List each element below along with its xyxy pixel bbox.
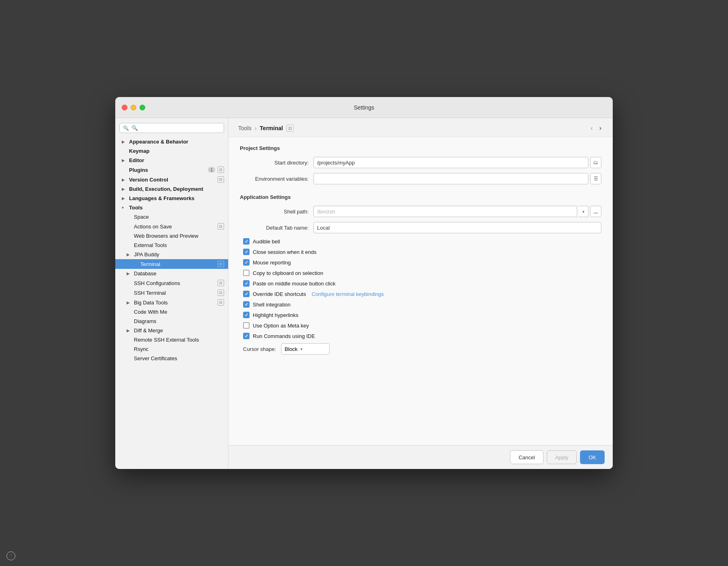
checkbox-mouse-reporting[interactable]: ✓ [243,259,250,266]
ok-button[interactable]: OK [580,450,605,464]
sidebar-item-label: Server Certificates [134,355,224,361]
chevron-placeholder [127,224,131,229]
checkbox-row-highlight-hyperlinks: ✓Highlight hyperlinks [240,312,601,318]
chevron-icon: ▶ [127,300,131,305]
cursor-shape-label: Cursor shape: [243,346,276,352]
search-box[interactable]: 🔍 [119,123,224,133]
forward-button[interactable]: › [598,124,603,133]
sidebar-item-label: Languages & Frameworks [129,195,224,201]
checkbox-run-commands-ide[interactable]: ✓ [243,333,250,339]
shell-path-more-button[interactable]: ... [590,206,601,217]
checkbox-label-mouse-reporting: Mouse reporting [253,260,291,266]
checkbox-row-override-shortcuts: ✓Override IDE shortcutsConfigure termina… [240,291,601,297]
sidebar-item-web-browsers[interactable]: Web Browsers and Preview [115,231,228,241]
sidebar-item-database[interactable]: ▶Database [115,269,228,278]
sidebar-item-languages[interactable]: ▶Languages & Frameworks [115,194,228,203]
sidebar-item-version-control[interactable]: ▶Version Control⊡ [115,175,228,184]
sidebar-item-label: Keymap [129,148,224,154]
chevron-placeholder [127,319,131,323]
check-icon: ✓ [245,250,248,254]
sidebar-item-terminal[interactable]: Terminal⊡ [115,259,228,269]
sidebar-item-keymap[interactable]: Keymap [115,146,228,156]
main-header: Tools › Terminal ⊡ ‹ › [229,118,613,137]
check-icon: ✓ [245,260,248,265]
sidebar-icon-badge: ⊡ [218,167,224,173]
sidebar-item-label: Diff & Merge [134,327,224,334]
start-directory-input[interactable] [313,157,588,168]
footer: Cancel Apply OK [229,445,613,469]
sidebar-item-diff-merge[interactable]: ▶Diff & Merge [115,326,228,335]
sidebar-item-label: Editor [129,157,224,163]
sidebar-item-diagrams[interactable]: Diagrams [115,317,228,326]
default-tab-input[interactable] [313,222,601,233]
application-settings-section: Application Settings Shell path: /bin/zs… [240,194,601,355]
sidebar-icon-badge: ⊡ [218,289,224,296]
checkbox-row-mouse-reporting: ✓Mouse reporting [240,259,601,266]
chevron-placeholder [133,262,138,266]
sidebar-item-label: SSH Configurations [134,280,215,286]
sidebar-item-tools[interactable]: ▾Tools [115,203,228,212]
sidebar-item-label: Appearance & Behavior [129,139,224,145]
main-content: Project Settings Start directory: 🗂 Envi… [229,137,613,445]
back-button[interactable]: ‹ [589,124,594,133]
checkbox-row-paste-middle: ✓Paste on middle mouse button click [240,280,601,287]
sidebar-item-label: Diagrams [134,318,224,324]
chevron-icon: ▶ [127,252,131,257]
maximize-button[interactable] [140,105,145,110]
cancel-button[interactable]: Cancel [510,450,543,464]
checkbox-audible-bell[interactable]: ✓ [243,238,250,245]
shell-path-dropdown-arrow[interactable]: ▾ [579,206,588,217]
default-tab-input-group [313,222,601,233]
nav-arrows: ‹ › [589,124,603,133]
checkbox-option-meta[interactable] [243,322,250,329]
checkbox-paste-middle[interactable]: ✓ [243,280,250,287]
sidebar-item-external-tools[interactable]: External Tools [115,241,228,250]
sidebar-item-label: Web Browsers and Preview [134,233,224,239]
minimize-button[interactable] [131,105,136,110]
chevron-icon: ▶ [127,271,131,276]
checkbox-close-session[interactable]: ✓ [243,249,250,255]
search-input[interactable] [131,125,220,131]
sidebar-item-editor[interactable]: ▶Editor [115,156,228,165]
sidebar-item-ssh-configurations[interactable]: SSH Configurations⊡ [115,278,228,288]
env-vars-input-group: ☰ [313,173,601,184]
sidebar-item-code-with-me[interactable]: Code With Me [115,307,228,317]
chevron-placeholder [127,310,131,314]
sidebar-item-label: Actions on Save [134,224,215,230]
sidebar-item-appearance-behavior[interactable]: ▶Appearance & Behavior [115,137,228,146]
sidebar-item-rsync[interactable]: Rsync [115,344,228,354]
env-vars-input[interactable] [313,173,588,184]
start-directory-browse-button[interactable]: 🗂 [590,157,601,168]
sidebar-item-server-certs[interactable]: Server Certificates [115,354,228,363]
checkbox-override-shortcuts[interactable]: ✓ [243,291,250,297]
apply-button[interactable]: Apply [547,450,577,464]
sidebar-item-label: External Tools [134,242,224,248]
sidebar-item-actions-on-save[interactable]: Actions on Save⊡ [115,222,228,231]
start-directory-input-group: 🗂 [313,157,601,168]
checkbox-link-override-shortcuts[interactable]: Configure terminal keybindings [312,291,384,297]
chevron-icon: ▶ [122,139,127,144]
sidebar-item-space[interactable]: Space [115,212,228,222]
sidebar-item-ssh-terminal[interactable]: SSH Terminal⊡ [115,288,228,298]
sidebar-item-build-execution[interactable]: ▶Build, Execution, Deployment [115,184,228,194]
checkbox-highlight-hyperlinks[interactable]: ✓ [243,312,250,318]
sidebar-icon-badge: ⊡ [218,261,224,267]
chevron-placeholder [127,356,131,361]
close-button[interactable] [122,105,127,110]
checkbox-shell-integration[interactable]: ✓ [243,301,250,308]
shell-path-dropdown[interactable]: /bin/zsh [313,206,577,217]
checkbox-label-override-shortcuts: Override IDE shortcuts [253,291,306,297]
chevron-placeholder [127,347,131,351]
sidebar-item-plugins[interactable]: Plugins1⊡ [115,165,228,175]
env-vars-browse-button[interactable]: ☰ [590,173,601,184]
sidebar-item-jpa-buddy[interactable]: ▶JPA Buddy [115,250,228,259]
checkbox-copy-clipboard[interactable] [243,270,250,276]
sidebar-item-remote-ssh[interactable]: Remote SSH External Tools [115,335,228,344]
sidebar-item-big-data-tools[interactable]: ▶Big Data Tools⊡ [115,298,228,307]
breadcrumb-icon-btn[interactable]: ⊡ [286,125,294,132]
chevron-icon: ▶ [122,196,127,201]
window-title: Settings [354,104,375,111]
cursor-shape-select[interactable]: Block ▾ [281,343,330,355]
checkbox-label-audible-bell: Audible bell [253,239,280,245]
sidebar-item-label: Big Data Tools [134,300,215,306]
